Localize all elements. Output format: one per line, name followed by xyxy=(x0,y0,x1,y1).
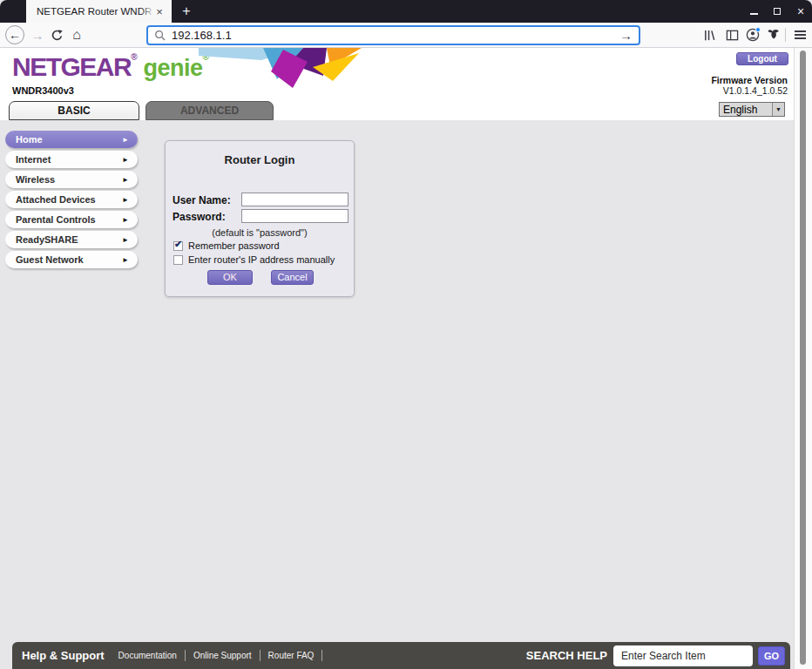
default-password-note: (default is "password") xyxy=(166,227,354,238)
minimize-icon[interactable] xyxy=(748,5,760,17)
netgear-logo-text: NETGEAR® xyxy=(12,52,138,81)
scrollbar-track[interactable] xyxy=(794,48,812,669)
header-decoration-triangles xyxy=(199,48,364,90)
search-help-label: SEARCH HELP xyxy=(526,649,607,662)
chevron-down-icon[interactable]: ▼ xyxy=(772,103,784,116)
router-model: WNDR3400v3 xyxy=(12,85,74,96)
browser-logo-icon[interactable] xyxy=(764,23,783,47)
tab-close-icon[interactable]: × xyxy=(152,5,166,18)
url-input[interactable]: 192.168.1.1 xyxy=(172,29,619,42)
go-button[interactable]: GO xyxy=(758,646,785,666)
forward-icon[interactable]: → xyxy=(29,23,46,47)
url-bar[interactable]: 192.168.1.1 → xyxy=(146,25,640,45)
arrow-right-icon: ► xyxy=(122,236,129,244)
sidebar-item-home[interactable]: Home ► xyxy=(5,131,138,148)
sidebar-toggle-icon[interactable] xyxy=(722,23,741,47)
remember-password-label: Remember password xyxy=(188,240,280,251)
browser-toolbar: ← → ⌂ 192.168.1.1 → xyxy=(0,23,812,48)
sidebar-item-wireless[interactable]: Wireless ► xyxy=(5,171,138,188)
logo: NETGEAR®genie® xyxy=(12,52,209,82)
cancel-button[interactable]: Cancel xyxy=(271,270,314,285)
search-icon xyxy=(154,30,166,41)
language-select[interactable]: English ▼ xyxy=(719,102,785,117)
username-field[interactable] xyxy=(241,193,348,206)
arrow-right-icon: ► xyxy=(122,136,129,144)
ok-button[interactable]: OK xyxy=(207,270,253,285)
remember-password-row: ✔ Remember password xyxy=(173,240,280,251)
footer-link-divider xyxy=(321,650,322,661)
help-footer: Help & Support Documentation Online Supp… xyxy=(12,642,790,669)
help-support-title: Help & Support xyxy=(22,649,105,662)
sidebar-item-readyshare[interactable]: ReadySHARE ► xyxy=(5,231,138,248)
tab-title: NETGEAR Router WNDR340 xyxy=(37,6,152,17)
arrow-right-icon: ► xyxy=(122,256,129,264)
page-viewport: NETGEAR®genie® WNDR3400v3 Logout Firmwar… xyxy=(0,48,794,669)
remember-password-checkbox[interactable]: ✔ xyxy=(173,241,183,251)
language-selected-value: English xyxy=(720,103,772,116)
browser-tab-bar: NETGEAR Router WNDR340 × + × xyxy=(0,0,812,23)
firmware-label: Firmware Version xyxy=(711,75,788,85)
window-controls: × xyxy=(748,0,807,23)
browser-tab[interactable]: NETGEAR Router WNDR340 × xyxy=(26,0,172,23)
link-router-faq[interactable]: Router FAQ xyxy=(268,651,315,660)
manual-ip-label: Enter router's IP address manually xyxy=(188,254,335,265)
page-content: Home ► Internet ► Wireless ► Attached De… xyxy=(0,120,794,669)
arrow-right-icon: ► xyxy=(122,156,129,164)
sidebar-menu: Home ► Internet ► Wireless ► Attached De… xyxy=(5,131,138,268)
sidebar-item-attached-devices[interactable]: Attached Devices ► xyxy=(5,191,138,208)
panel-title: Router Login xyxy=(166,153,354,166)
footer-link-divider xyxy=(185,650,186,661)
arrow-right-icon: ► xyxy=(122,196,129,204)
tab-basic[interactable]: BASIC xyxy=(9,101,139,120)
tab-title-fade xyxy=(140,0,154,23)
back-icon: ← xyxy=(5,25,24,44)
arrow-right-icon: ► xyxy=(122,216,129,224)
logout-button[interactable]: Logout xyxy=(736,52,788,65)
sidebar-item-internet[interactable]: Internet ► xyxy=(5,151,138,168)
maximize-icon[interactable] xyxy=(771,5,783,17)
reload-icon[interactable] xyxy=(48,23,65,47)
tab-advanced[interactable]: ADVANCED xyxy=(145,101,274,120)
browser-window: NETGEAR Router WNDR340 × + × ← → ⌂ xyxy=(0,0,812,669)
toolbar-divider xyxy=(785,28,786,42)
home-icon[interactable]: ⌂ xyxy=(68,23,85,47)
scrollbar-thumb[interactable] xyxy=(800,51,806,665)
link-documentation[interactable]: Documentation xyxy=(118,651,177,660)
library-icon[interactable] xyxy=(700,23,719,47)
menu-hamburger-icon[interactable] xyxy=(789,23,810,47)
sidebar-item-parental-controls[interactable]: Parental Controls ► xyxy=(5,211,138,228)
manual-ip-row: Enter router's IP address manually xyxy=(173,254,335,265)
help-search-input[interactable] xyxy=(613,645,753,666)
window-close-icon[interactable]: × xyxy=(795,5,807,17)
account-notification-dot xyxy=(755,27,761,32)
username-label: User Name: xyxy=(173,194,231,206)
link-online-support[interactable]: Online Support xyxy=(193,651,252,660)
footer-link-divider xyxy=(260,650,261,661)
go-arrow-icon[interactable]: → xyxy=(619,28,633,43)
password-label: Password: xyxy=(173,211,226,223)
netgear-genie-header: NETGEAR®genie® WNDR3400v3 Logout Firmwar… xyxy=(0,48,794,100)
firmware-version: V1.0.1.4_1.0.52 xyxy=(711,85,788,96)
account-icon[interactable] xyxy=(743,23,762,47)
firmware-info: Firmware Version V1.0.1.4_1.0.52 xyxy=(711,75,788,96)
arrow-right-icon: ► xyxy=(122,176,129,184)
sidebar-item-guest-network[interactable]: Guest Network ► xyxy=(5,251,138,268)
footer-links: Documentation Online Support Router FAQ xyxy=(118,650,323,661)
check-icon: ✔ xyxy=(174,239,182,250)
password-field[interactable] xyxy=(241,209,348,223)
new-tab-button[interactable]: + xyxy=(178,3,195,20)
router-login-panel: Router Login User Name: Password: (defau… xyxy=(165,140,355,297)
mode-tab-row: BASIC ADVANCED English ▼ xyxy=(0,100,794,120)
manual-ip-checkbox[interactable] xyxy=(173,255,183,265)
back-button[interactable]: ← xyxy=(4,23,25,47)
